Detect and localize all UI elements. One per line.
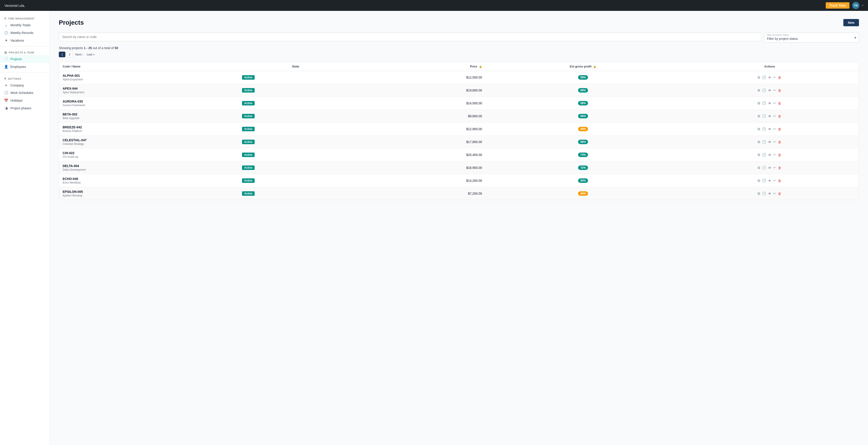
- edit-icon[interactable]: ✏: [773, 101, 776, 105]
- project-code: AURORA-035: [63, 99, 235, 103]
- view-icon[interactable]: 👁: [768, 89, 771, 92]
- last-page-button[interactable]: Last »: [85, 52, 96, 57]
- sidebar-item-vacations[interactable]: ☀ Vacations: [0, 37, 50, 44]
- project-actions-cell: ⧉ 🕐 👁 ✏ 🗑: [681, 110, 859, 123]
- copy-icon[interactable]: ⧉: [757, 76, 760, 80]
- edit-icon[interactable]: ✏: [773, 179, 776, 183]
- view-icon[interactable]: 👁: [768, 179, 771, 183]
- action-icons: ⧉ 🕐 👁 ✏ 🗑: [684, 127, 855, 131]
- project-state-cell: Active: [238, 71, 353, 84]
- delete-icon[interactable]: 🗑: [778, 179, 781, 183]
- edit-icon[interactable]: ✏: [773, 114, 776, 118]
- sidebar-item-weekly-records[interactable]: 🕐 Weekly Records: [0, 29, 50, 37]
- delete-icon[interactable]: 🗑: [778, 153, 781, 157]
- time-icon[interactable]: 🕐: [762, 153, 766, 157]
- project-code-name-cell: CHI-022 Chi Scale-up: [59, 148, 238, 161]
- page-button-1[interactable]: 1: [59, 52, 65, 57]
- project-actions-cell: ⧉ 🕐 👁 ✏ 🗑: [681, 97, 859, 110]
- edit-icon[interactable]: ✏: [773, 153, 776, 157]
- view-icon[interactable]: 👁: [768, 153, 771, 157]
- page-header: Projects New: [59, 19, 859, 26]
- new-project-button[interactable]: New: [843, 19, 859, 26]
- project-actions-cell: ⧉ 🕐 👁 ✏ 🗑: [681, 71, 859, 84]
- view-icon[interactable]: 👁: [768, 127, 771, 131]
- profit-badge: 73%: [578, 153, 588, 157]
- project-profit-cell: 68%: [486, 84, 681, 97]
- edit-icon[interactable]: ✏: [773, 127, 776, 131]
- view-icon[interactable]: 👁: [768, 76, 771, 80]
- sidebar-item-monthly-totals[interactable]: ⌄ Monthly Totals: [0, 21, 50, 29]
- edit-icon[interactable]: ✏: [773, 140, 776, 144]
- table-row: ECHO-040 Echo Workflow Active $14,200.00…: [59, 174, 859, 187]
- sidebar-item-project-phases[interactable]: ◑ Project phases: [0, 105, 50, 112]
- delete-icon[interactable]: 🗑: [778, 192, 781, 196]
- view-icon[interactable]: 👁: [768, 114, 771, 118]
- track-time-button[interactable]: Track Time: [826, 2, 849, 9]
- app-title: Vectorial Lda.: [4, 4, 25, 7]
- time-icon[interactable]: 🕐: [762, 166, 766, 170]
- sidebar-section-time-management: ⏱ TIME MANAGEMENT: [0, 14, 50, 21]
- view-icon[interactable]: 👁: [768, 140, 771, 144]
- project-code: BREEZE-042: [63, 125, 235, 129]
- delete-icon[interactable]: 🗑: [778, 101, 781, 105]
- avatar[interactable]: TR: [852, 2, 859, 9]
- sidebar-item-holidays[interactable]: 📅 Holidays: [0, 97, 50, 105]
- sidebar-item-projects[interactable]: 📄 Projects: [0, 55, 50, 63]
- delete-icon[interactable]: 🗑: [778, 89, 781, 92]
- copy-icon[interactable]: ⧉: [757, 153, 760, 157]
- view-icon[interactable]: 👁: [768, 192, 771, 196]
- time-icon[interactable]: 🕐: [762, 179, 766, 183]
- time-icon[interactable]: 🕐: [762, 191, 766, 196]
- edit-icon[interactable]: ✏: [773, 166, 776, 170]
- avatar-caret-icon[interactable]: ▾: [862, 4, 864, 7]
- edit-icon[interactable]: ✏: [773, 191, 776, 196]
- time-icon[interactable]: 🕐: [762, 88, 766, 92]
- project-price-cell: $9,800.00: [353, 110, 486, 123]
- time-icon[interactable]: 🕐: [762, 101, 766, 105]
- state-badge: Active: [242, 127, 255, 131]
- edit-icon[interactable]: ✏: [773, 88, 776, 92]
- sidebar-item-employees[interactable]: 👤 Employees: [0, 63, 50, 70]
- time-icon[interactable]: 🕐: [762, 140, 766, 144]
- sidebar-item-company[interactable]: ≡ Company: [0, 82, 50, 89]
- next-page-button[interactable]: Next ›: [74, 52, 84, 57]
- copy-icon[interactable]: ⧉: [757, 179, 760, 183]
- delete-icon[interactable]: 🗑: [778, 127, 781, 131]
- time-icon[interactable]: 🕐: [762, 76, 766, 80]
- copy-icon[interactable]: ⧉: [757, 166, 760, 170]
- copy-icon[interactable]: ⧉: [757, 140, 760, 144]
- view-icon[interactable]: 👁: [768, 101, 771, 105]
- time-icon[interactable]: 🕐: [762, 114, 766, 118]
- action-icons: ⧉ 🕐 👁 ✏ 🗑: [684, 88, 855, 92]
- copy-icon[interactable]: ⧉: [757, 88, 760, 92]
- copy-icon[interactable]: ⧉: [757, 101, 760, 105]
- time-icon[interactable]: 🕐: [762, 127, 766, 131]
- delete-icon[interactable]: 🗑: [778, 114, 781, 118]
- action-icons: ⧉ 🕐 👁 ✏ 🗑: [684, 191, 855, 196]
- copy-icon[interactable]: ⧉: [757, 191, 760, 196]
- project-state-cell: Active: [238, 97, 353, 110]
- copy-icon[interactable]: ⧉: [757, 127, 760, 131]
- page-button-2[interactable]: 2: [66, 52, 73, 57]
- sidebar-item-work-schedules[interactable]: 🕐 Work Schedules: [0, 89, 50, 97]
- project-actions-cell: ⧉ 🕐 👁 ✏ 🗑: [681, 136, 859, 148]
- status-filter-label: Filter by project status: [767, 34, 789, 36]
- sidebar-divider-1: [0, 46, 50, 47]
- search-input[interactable]: [59, 33, 761, 41]
- project-code-name-cell: BETA-002 Beta Upgrade: [59, 110, 238, 123]
- table-row: AURORA-035 Aurora Framework Active $14,5…: [59, 97, 859, 110]
- delete-icon[interactable]: 🗑: [778, 166, 781, 170]
- project-price-cell: $19,600.00: [353, 84, 486, 97]
- state-badge: Active: [242, 140, 255, 144]
- view-icon[interactable]: 👁: [768, 166, 771, 170]
- col-state: State: [238, 62, 353, 71]
- delete-icon[interactable]: 🗑: [778, 140, 781, 144]
- main-layout: ⏱ TIME MANAGEMENT ⌄ Monthly Totals 🕐 Wee…: [0, 11, 868, 445]
- action-icons: ⧉ 🕐 👁 ✏ 🗑: [684, 166, 855, 170]
- projects-table: Code / Name State Price 🔒 Est gross prof…: [59, 62, 859, 200]
- copy-icon[interactable]: ⧉: [757, 114, 760, 118]
- pagination-range: 1 - 25: [84, 46, 92, 50]
- project-code-name-cell: DELTA-004 Delta Development: [59, 161, 238, 174]
- edit-icon[interactable]: ✏: [773, 76, 776, 80]
- delete-icon[interactable]: 🗑: [778, 76, 781, 80]
